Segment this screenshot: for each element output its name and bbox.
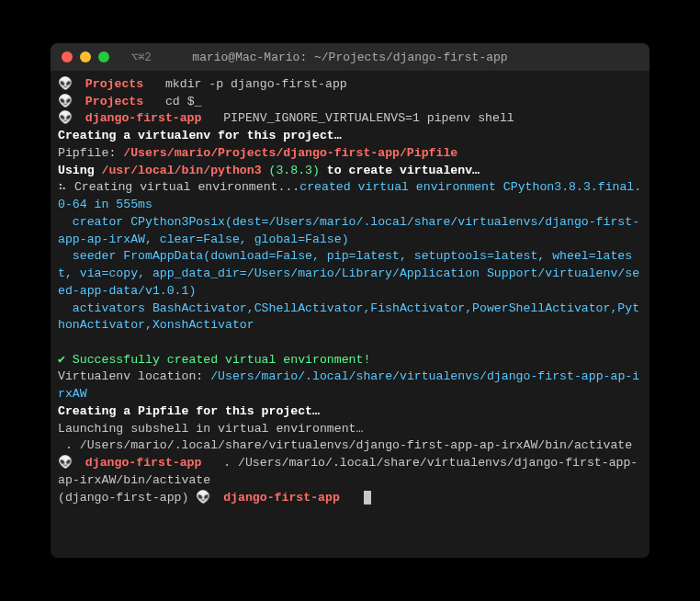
- output-line: activators BashActivator,CShellActivator…: [58, 300, 642, 335]
- output-line: . /Users/mario/.local/share/virtualenvs/…: [58, 437, 642, 455]
- output-label: Using: [58, 164, 101, 177]
- tab-shortcut-label: ⌥⌘2: [131, 51, 152, 64]
- terminal-body[interactable]: 👽 Projects mkdir -p django-first-app👽 Pr…: [51, 71, 649, 558]
- prompt-dir: Projects: [85, 95, 143, 108]
- zoom-button[interactable]: [98, 51, 109, 62]
- titlebar: ⌥⌘2 mario@Mac-Mario: ~/Projects/django-f…: [51, 43, 649, 71]
- cursor: [364, 491, 371, 505]
- output-line: Launching subshell in virtual environmen…: [58, 421, 642, 438]
- spinner-text: ⠦ Creating virtual environment...: [58, 180, 299, 194]
- prompt-dir: django-first-app: [85, 456, 202, 470]
- venv-prefix: (django-first-app): [58, 491, 196, 505]
- skull-icon: 👽: [58, 94, 71, 110]
- output-path: /Users/mario/Projects/django-first-app/P…: [123, 146, 457, 160]
- output-line: Creating a Pipfile for this project…: [58, 403, 642, 421]
- output-line: creator CPython3Posix(dest=/Users/mario/…: [58, 214, 642, 248]
- skull-icon: 👽: [196, 490, 209, 506]
- close-button[interactable]: [62, 51, 73, 62]
- skull-icon: 👽: [58, 110, 71, 127]
- prompt-dir: Projects: [85, 77, 143, 91]
- terminal-window: ⌥⌘2 mario@Mac-Mario: ~/Projects/django-f…: [51, 43, 649, 558]
- output-path: /usr/local/bin/python3: [101, 164, 261, 177]
- prompt-dir: django-first-app: [223, 491, 340, 505]
- output-label: Virtualenv location:: [58, 369, 210, 383]
- prompt-dir: django-first-app: [85, 111, 202, 125]
- skull-icon: 👽: [58, 455, 71, 471]
- output-line: Creating a virtualenv for this project…: [58, 128, 642, 145]
- python-version: (3.8.3): [262, 164, 327, 177]
- output-label: Pipfile:: [58, 146, 123, 160]
- success-line: ✔ Successfully created virtual environme…: [58, 352, 642, 369]
- minimize-button[interactable]: [80, 51, 91, 62]
- command-text: mkdir -p django-first-app: [165, 77, 347, 91]
- command-text: cd $_: [165, 95, 202, 108]
- command-text: PIPENV_IGNORE_VIRTUALENVS=1 pipenv shell: [223, 111, 514, 125]
- traffic-lights: [62, 51, 109, 62]
- output-text: to create virtualenv…: [327, 164, 480, 177]
- skull-icon: 👽: [58, 76, 71, 93]
- output-line: seeder FromAppData(download=False, pip=l…: [58, 248, 642, 300]
